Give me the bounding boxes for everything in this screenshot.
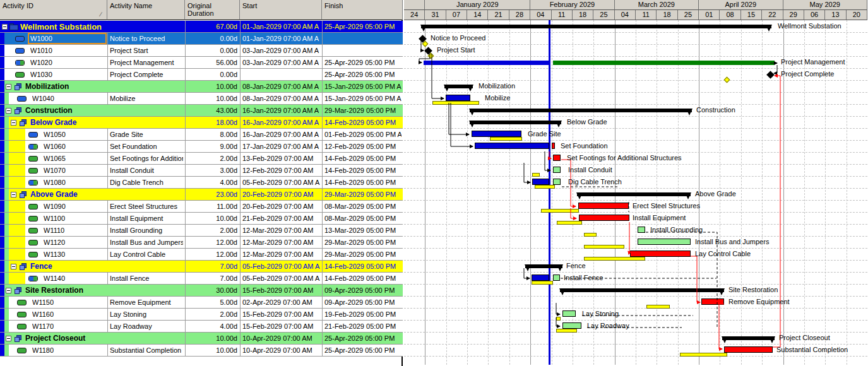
bar-label: Install Fence <box>564 274 603 281</box>
column-separator <box>240 285 241 297</box>
column-separator <box>322 21 323 33</box>
column-separator <box>185 345 186 357</box>
column-header-activity-id[interactable]: Activity ID <box>0 0 107 20</box>
group-title: Above Grade <box>30 190 177 199</box>
column-separator <box>240 81 241 93</box>
activity-bar-icon-half <box>28 276 38 281</box>
relationship-line <box>646 232 717 328</box>
column-header-start[interactable]: Start <box>240 0 322 20</box>
activity-name: Set Footings for Additior <box>110 155 183 162</box>
table-row[interactable]: W1140Install Fence7.00d05-Feb-2029 07:00… <box>0 273 403 285</box>
table-row[interactable]: W1120Install Bus and Jumpers12.00d12-Mar… <box>0 237 403 249</box>
column-separator <box>107 57 108 69</box>
project-band <box>0 261 4 273</box>
table-row[interactable]: Project Closeout10.00d10-Apr-2029 07:00 … <box>0 333 403 345</box>
relationship-line <box>451 103 473 146</box>
table-row[interactable]: W1170Lay Roadway4.00d15-Feb-2029 07:00 A… <box>0 321 403 333</box>
finish-date: 29-Mar-2029 05:00 PM <box>324 191 401 198</box>
original-duration: 10.00d <box>187 83 237 90</box>
relationship-line <box>449 103 469 134</box>
finish-date: 19-Feb-2029 05:00 PM <box>324 310 401 318</box>
table-row[interactable]: W1070Install Conduit3.00d12-Feb-2029 07:… <box>0 165 403 177</box>
table-row[interactable]: W1180Substantial Completion10.00d10-Apr-… <box>0 345 403 357</box>
group-band <box>4 177 9 189</box>
collapse-button[interactable] <box>6 84 11 90</box>
column-separator <box>240 297 241 309</box>
collapse-button[interactable] <box>6 288 11 293</box>
column-separator <box>185 141 186 153</box>
finish-date: 14-Feb-2029 05:00 PM <box>324 274 401 282</box>
collapse-button[interactable] <box>6 108 11 114</box>
start-date: 05-Feb-2029 07:00 AM A <box>242 263 321 270</box>
activity-bar-icon-green <box>17 300 27 305</box>
project-band <box>0 45 4 57</box>
relationship-line <box>421 41 424 50</box>
table-row[interactable]: W1050Grade Site8.00d16-Jan-2029 07:00 AM… <box>0 129 403 141</box>
selected-cell-focus-box[interactable] <box>28 33 107 44</box>
column-separator <box>322 261 323 273</box>
table-row[interactable]: W1150Remove Equipment5.00d02-Apr-2029 07… <box>0 297 403 309</box>
column-header-finish[interactable]: Finish <box>322 0 403 20</box>
icon-front-square <box>20 265 25 270</box>
table-row[interactable]: W1040Mobilize10.00d08-Jan-2029 07:00 AM … <box>0 93 403 105</box>
column-header-activity-name[interactable]: Activity Name <box>107 0 185 20</box>
table-row[interactable]: Site Restoration30.00d15-Feb-2029 07:00 … <box>0 285 403 297</box>
table-row[interactable]: Wellmont Substation67.00d01-Jan-2029 07:… <box>0 21 403 33</box>
activity-bar-icon-blue <box>17 96 27 102</box>
activity-id: W1150 <box>32 298 104 306</box>
table-row[interactable]: Mobilization10.00d08-Jan-2029 07:00 AM A… <box>0 81 403 93</box>
group-title: Construction <box>25 106 177 115</box>
original-duration: 8.00d <box>187 131 237 138</box>
activity-name: Dig Cable Trench <box>110 179 183 186</box>
finish-date: 25-Apr-2029 05:00 PM <box>324 59 401 66</box>
start-date: 16-Jan-2029 07:00 AM A <box>242 131 321 138</box>
table-row[interactable]: W1060Set Foundation9.00d17-Jan-2029 07:0… <box>0 141 403 153</box>
collapse-button[interactable] <box>11 120 16 126</box>
start-date: 12-Feb-2029 07:00 AM <box>242 167 321 174</box>
activity-name: Install Equipment <box>110 215 183 222</box>
table-row[interactable]: W1020Project Management56.00d03-Jan-2029… <box>0 57 403 69</box>
bar-label: Install Equipment <box>633 214 686 221</box>
collapse-button[interactable] <box>6 336 11 341</box>
project-band <box>0 201 4 213</box>
table-row[interactable]: W1160Lay Stoning2.00d15-Feb-2029 07:00 A… <box>0 309 403 321</box>
table-row[interactable]: Fence7.00d05-Feb-2029 07:00 AM A14-Feb-2… <box>0 261 403 273</box>
start-date: 12-Mar-2029 07:00 AM <box>242 251 321 258</box>
column-separator <box>322 213 323 225</box>
table-row[interactable]: Below Grade18.00d16-Jan-2029 07:00 AM A1… <box>0 117 403 129</box>
project-band <box>0 189 4 201</box>
icon-half-blue <box>29 276 33 281</box>
column-separator <box>185 69 186 81</box>
table-row[interactable]: Above Grade23.00d20-Feb-2029 07:00 AM29-… <box>0 189 403 201</box>
activity-bar-icon-half <box>28 180 38 186</box>
table-row[interactable]: W1030Project Complete0.00d25-Apr-2029 05… <box>0 69 403 81</box>
column-separator <box>107 345 108 357</box>
table-row[interactable]: W1080Dig Cable Trench4.00d05-Feb-2029 07… <box>0 177 403 189</box>
start-date: 21-Feb-2029 07:00 AM <box>242 215 321 222</box>
collapse-button[interactable] <box>11 264 16 269</box>
table-row[interactable]: W1090Erect Steel Structures11.00d20-Feb-… <box>0 201 403 213</box>
table-row[interactable]: W1100Install Equipment10.00d21-Feb-2029 … <box>0 213 403 225</box>
activity-name: Lay Roadway <box>110 322 183 330</box>
project-band <box>0 333 4 345</box>
column-header-original-duration[interactable]: Original Duration <box>185 0 240 20</box>
column-separator <box>185 105 186 117</box>
table-row[interactable]: W1110Install Grounding2.00d12-Mar-2029 0… <box>0 225 403 237</box>
column-separator <box>322 141 323 153</box>
activity-id: W1050 <box>44 131 104 138</box>
column-separator <box>185 273 186 285</box>
activity-id: W1060 <box>44 143 104 150</box>
table-row[interactable]: Construction43.00d16-Jan-2029 07:00 AM A… <box>0 105 403 117</box>
table-row[interactable]: W1130Lay Control Cable12.00d12-Mar-2029 … <box>0 249 403 261</box>
table-row[interactable]: W1010Project Start0.00d03-Jan-2029 07:00… <box>0 45 403 57</box>
collapse-button[interactable] <box>11 192 16 198</box>
group-band <box>4 213 9 225</box>
finish-date: 29-Mar-2029 05:00 PM <box>324 107 401 114</box>
table-row[interactable]: W1065Set Footings for Additior2.00d13-Fe… <box>0 153 403 165</box>
group-band <box>4 201 9 213</box>
column-separator <box>185 45 186 57</box>
collapse-button[interactable] <box>2 24 8 30</box>
icon-front-square <box>15 337 20 342</box>
finish-date: 09-Apr-2029 05:00 PM <box>324 298 401 306</box>
project-band <box>0 273 4 285</box>
